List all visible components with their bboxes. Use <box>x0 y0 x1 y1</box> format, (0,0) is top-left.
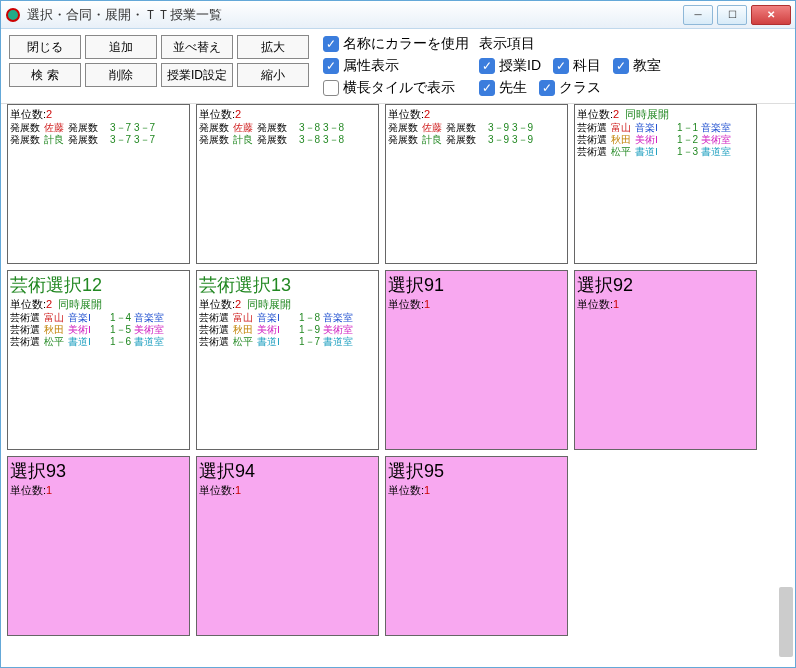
zoomout-button[interactable]: 縮小 <box>237 63 309 87</box>
window-title: 選択・合同・展開・ＴＴ授業一覧 <box>27 6 679 24</box>
tile-title: 選択93 <box>10 459 187 483</box>
tile-detail-row: 芸術選松平書道Ⅰ1－3書道室 <box>577 146 754 158</box>
tile-title: 選択91 <box>388 273 565 297</box>
display-header: 表示項目 <box>479 35 661 53</box>
chk-class[interactable]: ✓ <box>539 80 555 96</box>
lesson-tile[interactable]: 単位数:2発展数佐藤発展数3－83－8発展数計良発展数3－83－8 <box>196 104 379 264</box>
idset-button[interactable]: 授業ID設定 <box>161 63 233 87</box>
chk-lessonid[interactable]: ✓ <box>479 58 495 74</box>
tile-detail-row: 発展数佐藤発展数3－93－9 <box>388 122 565 134</box>
tile-detail-row: 発展数計良発展数3－83－8 <box>199 134 376 146</box>
tile-grid: 単位数:2発展数佐藤発展数3－73－7発展数計良発展数3－73－7単位数:2発展… <box>1 104 795 642</box>
tile-units: 単位数:1 <box>10 483 187 498</box>
tile-units: 単位数:2同時展開 <box>199 297 376 312</box>
svg-point-0 <box>7 9 19 21</box>
lesson-tile[interactable]: 芸術選択13単位数:2同時展開芸術選富山音楽Ⅰ1－8音楽室芸術選秋田美術Ⅰ1－9… <box>196 270 379 450</box>
tile-detail-row: 芸術選松平書道Ⅰ1－7書道室 <box>199 336 376 348</box>
delete-button[interactable]: 削除 <box>85 63 157 87</box>
titlebar: 選択・合同・展開・ＴＴ授業一覧 ─ ☐ ✕ <box>1 1 795 29</box>
chk-teacher[interactable]: ✓ <box>479 80 495 96</box>
tile-title: 選択94 <box>199 459 376 483</box>
tile-detail-row: 発展数佐藤発展数3－83－8 <box>199 122 376 134</box>
app-icon <box>5 7 21 23</box>
tile-units: 単位数:1 <box>388 483 565 498</box>
tile-detail-row: 芸術選秋田美術Ⅰ1－2美術室 <box>577 134 754 146</box>
check-col-left: ✓名称にカラーを使用 ✓属性表示 横長タイルで表示 <box>323 35 469 97</box>
chk-wide-tile[interactable] <box>323 80 339 96</box>
tile-units: 単位数:1 <box>388 297 565 312</box>
tile-units: 単位数:1 <box>199 483 376 498</box>
chk-attr-show[interactable]: ✓ <box>323 58 339 74</box>
tile-detail-row: 芸術選富山音楽Ⅰ1－1音楽室 <box>577 122 754 134</box>
lesson-tile[interactable]: 選択92単位数:1 <box>574 270 757 450</box>
tile-title: 芸術選択13 <box>199 273 376 297</box>
lesson-tile[interactable]: 単位数:2発展数佐藤発展数3－93－9発展数計良発展数3－93－9 <box>385 104 568 264</box>
check-col-right: 表示項目 ✓授業ID ✓科目 ✓教室 ✓先生 ✓クラス <box>479 35 661 97</box>
tile-detail-row: 芸術選富山音楽Ⅰ1－4音楽室 <box>10 312 187 324</box>
toolbar: 閉じる 追加 並べ替え 拡大 検 索 削除 授業ID設定 縮小 ✓名称にカラーを… <box>1 29 795 104</box>
zoomin-button[interactable]: 拡大 <box>237 35 309 59</box>
toolbar-buttons: 閉じる 追加 並べ替え 拡大 検 索 削除 授業ID設定 縮小 <box>9 35 309 87</box>
chk-subject[interactable]: ✓ <box>553 58 569 74</box>
tile-title: 選択95 <box>388 459 565 483</box>
add-button[interactable]: 追加 <box>85 35 157 59</box>
tile-title: 芸術選択12 <box>10 273 187 297</box>
lesson-tile[interactable]: 選択94単位数:1 <box>196 456 379 636</box>
scrollbar-thumb[interactable] <box>779 587 793 657</box>
tile-title: 選択92 <box>577 273 754 297</box>
lesson-tile[interactable]: 選択95単位数:1 <box>385 456 568 636</box>
tile-detail-row: 芸術選秋田美術Ⅰ1－5美術室 <box>10 324 187 336</box>
chk-name-color[interactable]: ✓ <box>323 36 339 52</box>
lesson-tile[interactable]: 芸術選択12単位数:2同時展開芸術選富山音楽Ⅰ1－4音楽室芸術選秋田美術Ⅰ1－5… <box>7 270 190 450</box>
tile-detail-row: 発展数計良発展数3－93－9 <box>388 134 565 146</box>
chk-room[interactable]: ✓ <box>613 58 629 74</box>
minimize-button[interactable]: ─ <box>683 5 713 25</box>
tile-detail-row: 芸術選松平書道Ⅰ1－6書道室 <box>10 336 187 348</box>
tile-units: 単位数:1 <box>577 297 754 312</box>
lesson-tile[interactable]: 選択93単位数:1 <box>7 456 190 636</box>
tile-units: 単位数:2 <box>388 107 565 122</box>
tile-units: 単位数:2同時展開 <box>10 297 187 312</box>
sort-button[interactable]: 並べ替え <box>161 35 233 59</box>
tile-detail-row: 発展数佐藤発展数3－73－7 <box>10 122 187 134</box>
tile-detail-row: 芸術選秋田美術Ⅰ1－9美術室 <box>199 324 376 336</box>
content-area: 単位数:2発展数佐藤発展数3－73－7発展数計良発展数3－73－7単位数:2発展… <box>1 104 795 667</box>
tile-units: 単位数:2 <box>10 107 187 122</box>
lesson-tile[interactable]: 単位数:2同時展開芸術選富山音楽Ⅰ1－1音楽室芸術選秋田美術Ⅰ1－2美術室芸術選… <box>574 104 757 264</box>
tile-detail-row: 発展数計良発展数3－73－7 <box>10 134 187 146</box>
lesson-tile[interactable]: 単位数:2発展数佐藤発展数3－73－7発展数計良発展数3－73－7 <box>7 104 190 264</box>
tile-units: 単位数:2 <box>199 107 376 122</box>
search-button[interactable]: 検 索 <box>9 63 81 87</box>
close-button[interactable]: 閉じる <box>9 35 81 59</box>
app-window: 選択・合同・展開・ＴＴ授業一覧 ─ ☐ ✕ 閉じる 追加 並べ替え 拡大 検 索… <box>0 0 796 668</box>
close-window-button[interactable]: ✕ <box>751 5 791 25</box>
tile-units: 単位数:2同時展開 <box>577 107 754 122</box>
lesson-tile[interactable]: 選択91単位数:1 <box>385 270 568 450</box>
tile-detail-row: 芸術選富山音楽Ⅰ1－8音楽室 <box>199 312 376 324</box>
maximize-button[interactable]: ☐ <box>717 5 747 25</box>
